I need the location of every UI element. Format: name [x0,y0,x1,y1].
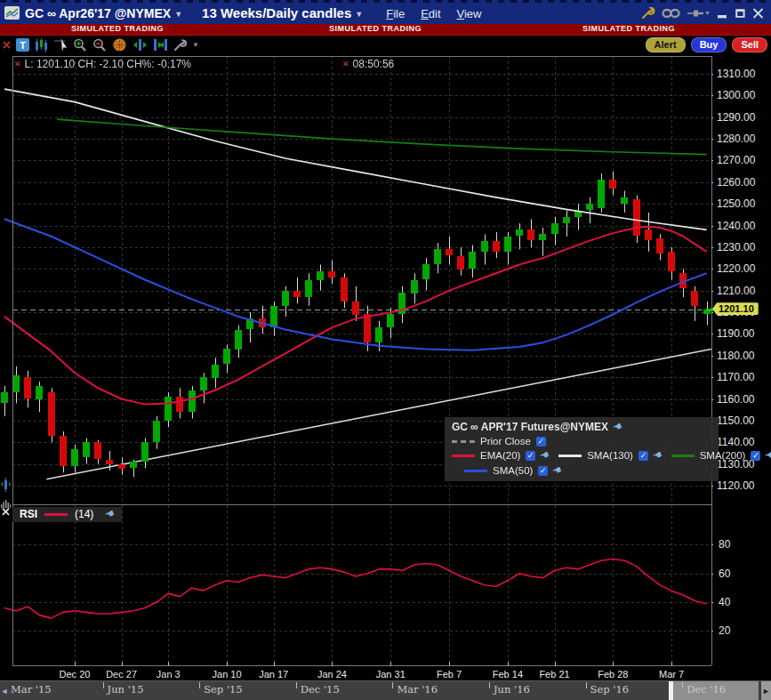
price-axis-label: 1250.00 [717,197,755,210]
legend-title: GC ∞ APR'17 Futures@NYMEX [452,421,608,433]
rsi-axis-label: 40 [719,596,730,608]
menubar: File Edit View [386,7,481,20]
chart-style-icon[interactable] [35,37,48,52]
pin-icon[interactable] [687,9,711,18]
simulated-trading-text: SIMULATED TRADING [329,24,422,33]
legend-sma130-label: SMA(130) [587,450,633,461]
menu-view[interactable]: View [457,7,482,20]
buy-button[interactable]: Buy [691,37,727,52]
rsi-axis-label: 20 [719,624,730,637]
price-axis-label: 1190.00 [717,327,755,340]
rsi-header[interactable]: RSI (14) ☚ [12,507,122,522]
toolbar-dropdown-caret[interactable]: ▼ [192,37,199,52]
scrollbar-period-label: Sep '15 [204,683,243,696]
scrollbar-period-label: Dec '15 [301,683,340,696]
simulated-trading-text: SIMULATED TRADING [582,24,675,33]
sma130-checkbox[interactable]: ✓ [638,451,648,461]
price-axis-label: 1300.00 [717,89,755,101]
wrench-icon[interactable] [641,7,655,20]
legend-sma200-label: SMA(200) [700,450,746,461]
cursor-tool-icon[interactable] [53,37,68,52]
compress-timescale-icon[interactable] [153,37,168,52]
sma200-swatch [671,455,695,457]
menu-edit[interactable]: Edit [421,7,440,20]
price-axis-label: 1270.00 [717,154,755,166]
time-scrollbar[interactable]: Mar '15Jun '15Sep '15Dec '15Mar '16Jun '… [0,680,771,700]
close-icon[interactable] [752,8,764,19]
timeframe-dropdown-caret[interactable]: ▼ [355,10,363,19]
scrollbar-period-label: Jun '16 [494,683,530,696]
drag-hand-icon[interactable]: ☚ [763,447,771,463]
expand-timescale-icon[interactable] [133,37,148,52]
sell-button[interactable]: Sell [732,37,767,52]
zoom-in-icon[interactable] [73,37,87,52]
sma200-checkbox[interactable]: ✓ [751,451,760,461]
price-axis-label: 1180.00 [717,350,755,362]
maximize-icon[interactable] [735,8,746,19]
time-overlay: ✕ 08:50:56 [342,58,394,70]
time-overlay-text: 08:50:56 [353,58,395,70]
ema20-checkbox[interactable]: ✓ [526,451,535,461]
price-axis-label: 1310.00 [717,68,755,80]
quote-overlay-close-icon[interactable]: ✕ [14,60,21,68]
chart-legend: GC ∞ APR'17 Futures@NYMEX ☚ Prior Close … [445,417,719,481]
date-axis-label: Jan 31 [376,669,406,680]
scrollbar-handle[interactable] [669,681,673,700]
rsi-axis-label: 80 [719,538,730,551]
price-axis-label: 1220.00 [717,262,755,275]
link-chain-icon[interactable] [662,8,681,19]
svg-text:T: T [20,40,26,51]
rsi-swatch [44,513,68,516]
date-axis-label: Feb 21 [539,669,569,680]
scrollbar-tick [296,682,297,688]
scrollbar-tick [682,682,683,688]
drag-hand-icon[interactable]: ☚ [538,447,552,463]
menu-file[interactable]: File [386,7,405,20]
minimize-icon[interactable] [717,8,728,19]
chart-toolbar: T [0,36,771,54]
legend-prior-close-label: Prior Close [480,436,531,447]
scrollbar-tick [103,682,104,688]
scrollbar-left-arrow[interactable]: ◄ [0,681,9,700]
scrollbar-right-arrow[interactable]: ► [761,681,771,700]
quote-overlay-text: L: 1201.10 CH: -2.10 CH%: -0.17% [25,58,191,70]
sma130-swatch [558,455,582,457]
scrollbar-tick [489,682,490,688]
drag-hand-icon[interactable]: ☚ [103,506,117,521]
date-axis-label: Feb 14 [493,669,523,680]
rsi-params: (14) [75,508,93,520]
sma50-swatch [464,470,487,472]
price-axis-label: 1240.00 [717,220,755,232]
date-axis-label: Feb 28 [598,669,628,680]
drag-hand-icon[interactable]: ☚ [550,463,565,478]
quote-overlay: ✕ L: 1201.10 CH: -2.10 CH%: -0.17% [14,58,191,70]
prior-close-checkbox[interactable]: ✓ [536,437,546,447]
simulated-trading-banner: SIMULATED TRADING SIMULATED TRADING SIMU… [0,24,771,36]
alert-button[interactable]: Alert [646,37,686,52]
chart-settings-wrench-icon[interactable] [173,37,187,52]
sma50-checkbox[interactable]: ✓ [538,466,548,476]
scrollbar-period-label: Jun '15 [108,683,144,696]
scrollbar-tick [392,682,393,688]
price-axis-label: 1150.00 [717,414,755,427]
window-titlebar: GC ∞ Apr26'17 @NYMEX ▼ 13 Weeks/Daily ca… [0,0,771,24]
crosshair-mode-icon[interactable] [112,37,127,52]
drag-hand-icon[interactable]: ☚ [650,447,664,463]
rsi-chart-canvas[interactable] [0,504,713,668]
timeframe-selector[interactable]: 13 Weeks/Daily candles [202,5,351,20]
symbol-selector[interactable]: GC ∞ Apr26'17 @NYMEX [25,6,171,20]
rsi-close-icon[interactable]: ✕ [1,505,11,519]
date-axis-label: Mar 7 [659,669,684,680]
candle-tool-icon[interactable] [1,478,11,492]
time-overlay-close-icon[interactable]: ✕ [342,60,349,68]
date-axis-label: Jan 24 [317,669,347,680]
date-axis-label: Dec 27 [106,669,137,680]
zoom-out-icon[interactable] [92,37,107,52]
scrollbar-tick [199,682,200,688]
text-note-tool-icon[interactable]: T [16,37,29,52]
chart-app-icon [4,6,20,20]
remove-drawing-icon[interactable] [3,37,11,52]
symbol-dropdown-caret[interactable]: ▼ [174,10,182,19]
scrollbar-period-label: Dec '16 [687,683,726,696]
drag-hand-icon[interactable]: ☚ [611,419,625,434]
